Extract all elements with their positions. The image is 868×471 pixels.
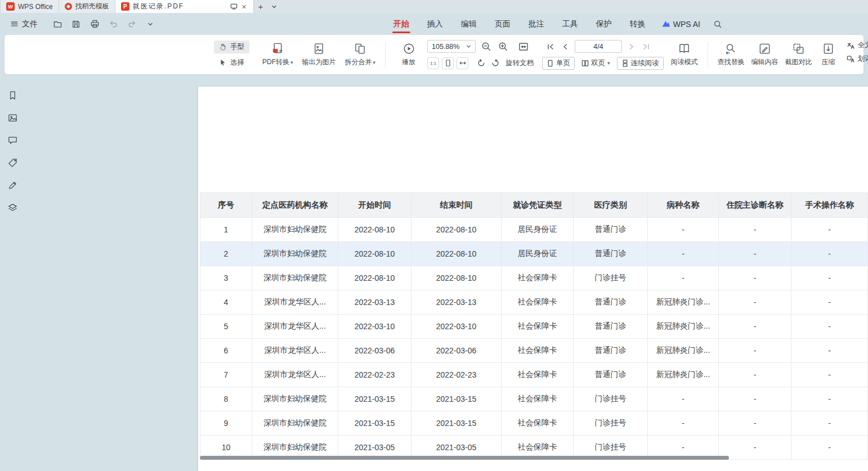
menu-tab-convert[interactable]: 转换 bbox=[621, 14, 655, 34]
tab-list-chevron-icon[interactable] bbox=[267, 0, 281, 13]
export-image-icon bbox=[312, 42, 325, 55]
table-cell: 2022-08-10 bbox=[411, 218, 502, 242]
select-tool-button[interactable]: 选择 bbox=[214, 56, 249, 69]
open-file-icon[interactable] bbox=[50, 17, 65, 32]
signature-pen-icon[interactable] bbox=[5, 178, 20, 192]
menu-tab-page[interactable]: 页面 bbox=[486, 14, 520, 34]
more-commands-chevron-icon[interactable] bbox=[143, 17, 158, 32]
zoom-out-icon[interactable] bbox=[480, 40, 493, 53]
table-cell: 普通门诊 bbox=[574, 290, 648, 315]
table-cell: 2022-08-10 bbox=[338, 242, 411, 266]
rotate-right-icon[interactable] bbox=[490, 57, 501, 69]
last-page-icon[interactable] bbox=[641, 41, 652, 52]
table-cell: - bbox=[719, 290, 791, 315]
hand-tool-button[interactable]: 手型 bbox=[214, 41, 249, 53]
medical-records-table: 序号定点医药机构名称开始时间结束时间就诊凭证类型医疗类别病种名称住院主诊断名称手… bbox=[200, 192, 868, 460]
first-page-icon[interactable] bbox=[544, 41, 556, 52]
table-row: 9深圳市妇幼保健院2021-03-152021-03-15社会保障卡门诊挂号--… bbox=[200, 411, 868, 436]
horizontal-scrollbar[interactable] bbox=[200, 456, 729, 460]
full-translate-button[interactable]: 全文翻译 bbox=[847, 41, 868, 50]
pdf-convert-button[interactable]: PDF转换▾ bbox=[259, 41, 296, 69]
docer-tab-label: 找稻壳模板 bbox=[75, 2, 109, 11]
table-cell: 新冠肺炎门诊... bbox=[648, 315, 719, 339]
column-header: 医疗类别 bbox=[574, 193, 648, 218]
print-icon[interactable] bbox=[87, 17, 102, 32]
document-workspace: 序号定点医药机构名称开始时间结束时间就诊凭证类型医疗类别病种名称住院主诊断名称手… bbox=[0, 74, 868, 471]
search-icon[interactable] bbox=[710, 17, 725, 32]
column-header: 定点医药机构名称 bbox=[252, 193, 338, 218]
table-cell: 普通门诊 bbox=[574, 315, 648, 339]
redo-icon[interactable] bbox=[124, 17, 139, 32]
read-mode-button[interactable]: 阅读模式 bbox=[668, 41, 701, 69]
column-header: 开始时间 bbox=[338, 193, 411, 218]
menu-tab-edit[interactable]: 编辑 bbox=[452, 14, 486, 34]
next-page-icon[interactable] bbox=[626, 41, 637, 52]
fit-page-icon[interactable] bbox=[442, 57, 454, 69]
word-translate-icon bbox=[847, 55, 855, 63]
table-cell: - bbox=[719, 387, 791, 411]
bookmark-icon[interactable] bbox=[5, 88, 20, 102]
table-cell: - bbox=[719, 411, 791, 436]
fit-window-icon[interactable] bbox=[517, 40, 530, 53]
thumbnail-panel-icon[interactable] bbox=[5, 110, 20, 125]
column-header: 病种名称 bbox=[648, 193, 719, 218]
file-menu[interactable]: 文件 bbox=[6, 19, 42, 29]
new-tab-button[interactable]: + bbox=[254, 0, 267, 13]
table-cell: 普通门诊 bbox=[574, 363, 648, 387]
play-button[interactable]: 播放 bbox=[392, 41, 425, 69]
zoom-value: 105.88% bbox=[432, 43, 459, 51]
table-cell: 2022-03-10 bbox=[411, 315, 502, 339]
word-translate-label: 划词翻译 bbox=[858, 54, 868, 64]
export-image-button[interactable]: 输出为图片 bbox=[299, 41, 339, 69]
fit-width-icon[interactable] bbox=[457, 57, 468, 69]
previous-page-icon[interactable] bbox=[560, 41, 571, 52]
column-header: 结束时间 bbox=[411, 193, 502, 218]
find-replace-button[interactable]: 查找替换 bbox=[715, 41, 748, 69]
menu-tab-home[interactable]: 开始 bbox=[384, 14, 418, 34]
table-cell: 社会保障卡 bbox=[502, 339, 574, 363]
table-cell: 深圳市妇幼保健院 bbox=[252, 218, 338, 242]
menu-tab-protect[interactable]: 保护 bbox=[587, 14, 621, 34]
continuous-read-button[interactable]: 连续阅读 bbox=[617, 57, 664, 70]
table-cell: 2022-03-06 bbox=[338, 339, 411, 363]
close-tab-icon[interactable]: × bbox=[241, 2, 248, 11]
menu-tab-insert[interactable]: 插入 bbox=[418, 14, 452, 34]
zoom-select[interactable]: 105.88% bbox=[427, 40, 476, 53]
full-translate-label: 全文翻译 bbox=[858, 41, 868, 50]
edit-content-button[interactable]: 编辑内容 bbox=[749, 41, 781, 69]
table-cell: 新冠肺炎门诊... bbox=[648, 290, 719, 315]
layers-panel-icon[interactable] bbox=[5, 200, 20, 215]
save-icon[interactable] bbox=[69, 17, 83, 32]
table-cell: - bbox=[648, 266, 719, 290]
tag-panel-icon[interactable] bbox=[5, 155, 20, 170]
compress-button[interactable]: 压缩 bbox=[816, 41, 841, 69]
comment-panel-icon[interactable] bbox=[5, 133, 20, 147]
table-cell: 新冠肺炎门诊... bbox=[648, 339, 719, 363]
undo-icon[interactable] bbox=[106, 17, 120, 32]
actual-size-button[interactable]: 1:1 bbox=[427, 57, 439, 69]
translate-icon bbox=[847, 42, 855, 50]
rotate-left-icon[interactable] bbox=[476, 57, 487, 69]
screenshot-compare-button[interactable]: 截图对比 bbox=[782, 41, 815, 69]
menu-tab-tools[interactable]: 工具 bbox=[553, 14, 587, 34]
rotate-doc-label[interactable]: 旋转文档 bbox=[505, 59, 534, 68]
docer-template-tab[interactable]: 找稻壳模板 bbox=[59, 0, 115, 13]
word-translate-button[interactable]: 划词翻译 ▾ bbox=[847, 54, 868, 64]
double-page-button[interactable]: 双页 ▾ bbox=[578, 57, 614, 70]
table-cell: 2022-02-23 bbox=[411, 363, 502, 387]
menu-tab-comment[interactable]: 批注 bbox=[520, 14, 553, 34]
play-label: 播放 bbox=[402, 57, 415, 67]
table-cell: - bbox=[719, 339, 791, 363]
menubar: 文件 开始插入编辑页面批注工具保护转换 bbox=[0, 13, 868, 35]
page-indicator-input[interactable] bbox=[575, 40, 622, 53]
single-page-button[interactable]: 单页 bbox=[542, 57, 575, 70]
zoom-in-icon[interactable] bbox=[496, 40, 509, 53]
table-cell: 2021-03-15 bbox=[411, 411, 502, 436]
split-merge-button[interactable]: 拆分合并▾ bbox=[342, 41, 379, 69]
export-image-label: 输出为图片 bbox=[302, 57, 336, 67]
table-cell: 门诊挂号 bbox=[574, 387, 648, 411]
document-tab[interactable]: P 就医记录.PDF × bbox=[115, 0, 254, 13]
split-window-icon[interactable] bbox=[230, 3, 238, 10]
wps-ai-button[interactable]: WPS AI bbox=[655, 20, 707, 29]
home-tab[interactable]: W WPS Office bbox=[0, 0, 59, 13]
